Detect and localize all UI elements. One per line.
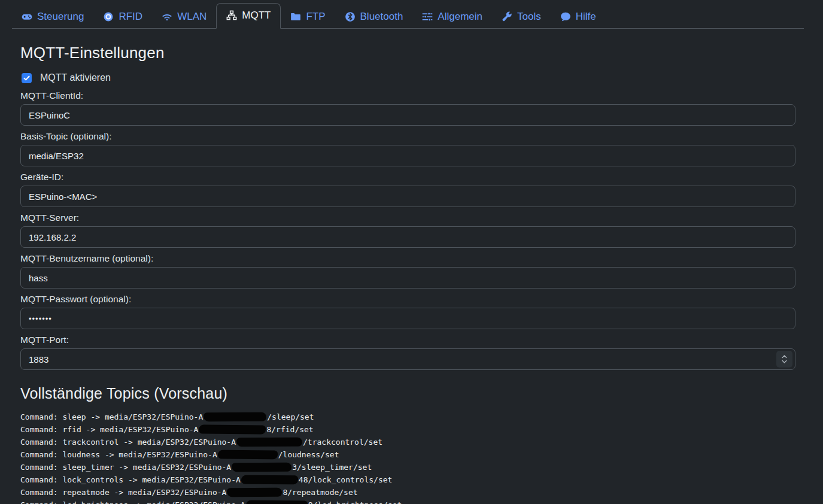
wifi-icon	[162, 11, 172, 22]
page-container: Steuerung RFID WLAN	[12, 0, 804, 504]
tab-hilfe-link[interactable]: Hilfe	[551, 5, 606, 28]
server-label: MQTT-Server:	[20, 212, 795, 223]
port-input[interactable]	[20, 348, 795, 370]
clientid-label: MQTT-ClientId:	[20, 90, 795, 101]
tab-wlan: WLAN	[152, 5, 216, 28]
redaction-mark	[227, 487, 282, 497]
basistopic-input[interactable]	[20, 145, 795, 166]
mqtt-enable-row: MQTT aktivieren	[22, 72, 794, 83]
tab-mqtt: MQTT	[216, 3, 281, 28]
page-title: MQTT-Einstellungen	[20, 44, 795, 62]
topic-line: Command: sleep_timer -> media/ESP32/ESPu…	[20, 461, 795, 473]
tab-label: Hilfe	[576, 11, 596, 23]
tab-ftp-link[interactable]: FTP	[281, 5, 335, 28]
redaction-mark	[204, 412, 266, 421]
basistopic-label: Basis-Topic (optional):	[20, 131, 795, 142]
tab-rfid: RFID	[93, 5, 152, 28]
check-icon	[23, 75, 30, 81]
topic-line: Command: lock_controls -> media/ESP32/ES…	[20, 473, 795, 486]
folder-icon	[290, 11, 301, 22]
diagram-icon	[226, 10, 237, 21]
clientid-input[interactable]	[20, 104, 795, 126]
mqtt-enable-label: MQTT aktivieren	[40, 72, 111, 83]
passwort-input[interactable]	[20, 308, 795, 329]
topic-line: Command: led_brightness -> media/ESP32/E…	[20, 499, 795, 504]
tab-mqtt-link[interactable]: MQTT	[216, 3, 281, 29]
chat-icon	[560, 11, 571, 22]
gamepad-icon	[22, 11, 32, 22]
mqtt-enable-checkbox[interactable]	[22, 73, 32, 83]
tab-label: WLAN	[177, 11, 206, 23]
field-clientid: MQTT-ClientId:	[20, 90, 795, 126]
topic-line: Command: trackcontrol -> media/ESP32/ESP…	[20, 436, 795, 448]
field-basistopic: Basis-Topic (optional):	[20, 131, 795, 166]
main-nav: Steuerung RFID WLAN	[12, 0, 804, 29]
tab-steuerung-link[interactable]: Steuerung	[12, 5, 93, 28]
tab-label: FTP	[306, 11, 325, 23]
rfid-tag-icon	[103, 11, 114, 22]
geraeteid-label: Geräte-ID:	[20, 172, 795, 183]
mqtt-settings-panel: MQTT-Einstellungen MQTT aktivieren MQTT-…	[12, 44, 804, 504]
server-input[interactable]	[20, 226, 795, 248]
redaction-mark	[232, 462, 291, 472]
benutzername-input[interactable]	[20, 267, 795, 289]
tab-label: Bluetooth	[360, 11, 403, 23]
number-spinner[interactable]	[776, 351, 792, 368]
redaction-mark	[241, 475, 298, 484]
topic-line: Command: loudness -> media/ESP32/ESPuino…	[20, 448, 795, 461]
redaction-mark	[236, 437, 302, 447]
tab-rfid-link[interactable]: RFID	[93, 5, 152, 28]
field-geraeteid: Geräte-ID:	[20, 172, 795, 207]
wrench-icon	[502, 11, 512, 22]
topic-line: Command: repeatmode -> media/ESP32/ESPui…	[20, 486, 795, 499]
geraeteid-input[interactable]	[20, 186, 795, 207]
spinner-chevrons-icon	[781, 354, 788, 365]
tab-tools: Tools	[492, 5, 551, 28]
field-passwort: MQTT-Passwort (optional):	[20, 294, 795, 329]
tab-wlan-link[interactable]: WLAN	[152, 5, 216, 28]
tab-label: RFID	[119, 11, 142, 23]
field-port: MQTT-Port:	[20, 335, 795, 370]
redaction-mark	[218, 450, 278, 459]
sliders-icon	[422, 11, 433, 22]
tab-allgemein: Allgemein	[412, 5, 492, 28]
passwort-label: MQTT-Passwort (optional):	[20, 294, 795, 305]
topic-line: Command: sleep -> media/ESP32/ESPuino-A/…	[20, 411, 795, 423]
tab-bluetooth-link[interactable]: Bluetooth	[335, 5, 413, 28]
tab-hilfe: Hilfe	[551, 5, 606, 28]
redaction-mark	[246, 500, 308, 504]
tab-label: Tools	[517, 11, 541, 23]
topics-preview-block: Command: sleep -> media/ESP32/ESPuino-A/…	[20, 411, 795, 504]
port-label: MQTT-Port:	[20, 335, 795, 345]
field-server: MQTT-Server:	[20, 212, 795, 248]
tab-steuerung: Steuerung	[12, 5, 93, 28]
tab-ftp: FTP	[281, 5, 335, 28]
tab-label: MQTT	[242, 10, 271, 22]
tab-label: Allgemein	[438, 11, 482, 23]
tab-allgemein-link[interactable]: Allgemein	[412, 5, 492, 28]
tab-bluetooth: Bluetooth	[335, 5, 413, 28]
topic-line: Command: rfid -> media/ESP32/ESPuino-A8/…	[20, 423, 795, 436]
tab-label: Steuerung	[37, 11, 84, 23]
redaction-mark	[199, 424, 266, 434]
field-benutzername: MQTT-Benutzername (optional):	[20, 253, 795, 289]
benutzername-label: MQTT-Benutzername (optional):	[20, 253, 795, 264]
tab-tools-link[interactable]: Tools	[492, 5, 551, 28]
topics-preview-title: Vollständige Topics (Vorschau)	[20, 385, 795, 402]
bluetooth-icon	[345, 11, 356, 22]
